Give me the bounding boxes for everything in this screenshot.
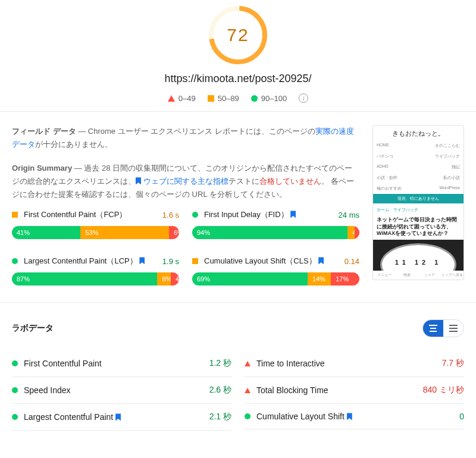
legend-bad: 0–49 [168,94,196,103]
origin-summary-block: Origin Summary — 過去 28 日間の収集期間について、このオリジ… [12,162,359,201]
lab-view-toggle[interactable] [422,319,464,337]
circle-icon [245,413,250,419]
metric-lcp-bar: 87% 8% 4% [12,272,179,286]
legend-good: 90–100 [251,94,287,103]
page-url: https://kimoota.net/post-20925/ [12,73,464,85]
bookmark-icon [115,413,121,421]
page-thumbnail: きもおたねっと。 HOMEきのここらむ パチンコライフハック ADHD雑記 小説… [372,125,464,280]
metric-fid-value: 24 ms [339,211,359,219]
circle-icon [251,95,258,102]
origin-heading: Origin Summary [12,164,72,172]
toggle-condensed-icon[interactable] [423,320,443,337]
circle-icon [12,387,18,393]
field-data-heading: フィールド データ [12,127,76,136]
metric-fcp-value: 1.6 s [162,211,179,219]
bookmark-icon [290,211,296,218]
clock-image: 11 12 1 [373,240,464,271]
metric-lcp: Largest Contentful Paint（LCP） 1.9 s 87% … [12,256,179,286]
score-gauge: 72 [208,5,268,65]
triangle-icon [245,388,250,393]
score-value: 72 [227,25,249,45]
lab-si: Speed Index 2.6 秒 [12,377,231,404]
metric-cls: Cumulative Layout Shift（CLS） 0.14 69% 14… [192,256,359,286]
circle-icon [12,258,18,264]
fail-text: 合格していません [259,177,321,186]
metric-fcp: First Contentful Paint（FCP） 1.6 s 41% 53… [12,209,179,239]
toggle-expanded-icon[interactable] [443,320,464,337]
metric-fcp-bar: 41% 53% 6% [12,226,179,239]
metric-fid: First Input Delay（FID） 24 ms 94% 4% 3% [192,209,359,239]
legend-avg: 50–89 [208,94,239,103]
triangle-icon [168,95,175,102]
info-icon[interactable]: i [299,93,308,103]
square-icon [208,95,214,102]
lab-tbt: Total Blocking Time 840 ミリ秒 [245,377,464,404]
circle-icon [12,414,18,420]
field-data-block: フィールド データ — Chrome ユーザー エクスペリエンス レポートには、… [12,125,359,151]
bookmark-icon [136,177,141,184]
lab-cls: Cumulative Layout Shift 0 [245,404,464,429]
metric-fid-bar: 94% 4% 3% [192,226,359,239]
lab-tti: Time to Interactive 7.7 秒 [245,350,464,377]
bookmark-icon [347,413,352,420]
circle-icon [12,360,18,366]
metric-cls-bar: 69% 14% 17% [192,272,359,286]
metric-cls-value: 0.14 [345,257,359,266]
bookmark-icon [139,257,145,264]
core-web-vitals-link[interactable]: ウェブに関する主な指標 [143,177,228,186]
lab-data-heading: ラボデータ [12,323,54,334]
triangle-icon [245,361,250,366]
metric-lcp-value: 1.9 s [162,257,179,266]
score-legend: 0–49 50–89 90–100 i [12,93,464,103]
square-icon [12,212,18,218]
lab-lcp: Largest Contentful Paint 2.1 秒 [12,404,231,431]
square-icon [192,258,198,264]
circle-icon [192,212,198,218]
bookmark-icon [318,257,324,264]
lab-fcp: First Contentful Paint 1.2 秒 [12,350,231,377]
